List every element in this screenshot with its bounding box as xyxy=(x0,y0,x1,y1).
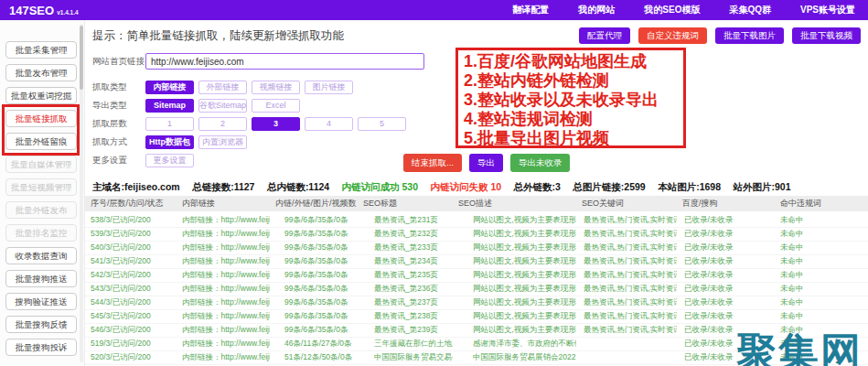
action-button[interactable]: 结束抓取... xyxy=(403,154,462,172)
topbar-menu-item[interactable]: 采集QQ群 xyxy=(729,4,771,16)
cell-seo-keywords: 最热资讯,热门资讯,实时资讯 xyxy=(576,229,677,240)
cell-index-state: 已收录/未收录 xyxy=(677,242,771,253)
app-logo[interactable]: 147SEO v1.4.1.4 xyxy=(9,4,79,17)
cell-violation: 未命中 xyxy=(771,256,868,267)
sidebar-item[interactable]: 批量权重词挖掘 xyxy=(5,87,77,104)
toolbar-button[interactable]: 批量下载视频 xyxy=(792,27,861,44)
option-button[interactable]: 更多设置 xyxy=(145,154,194,167)
sidebar-item[interactable]: 批量外链留痕 xyxy=(5,133,77,150)
cell-counts: 99条/6条/35条/0条 xyxy=(270,311,358,322)
sidebar-item[interactable]: 批量排名监控 xyxy=(5,224,77,242)
table-header-cell: SEO描述 xyxy=(453,198,576,210)
option-button[interactable]: 视频链接 xyxy=(252,81,300,94)
export-type-options: Sitemap 谷歌Sitemap Excel xyxy=(145,99,300,113)
table-row[interactable]: 544/3/已访问/200 内部链接：http://www.feijiseo.c… xyxy=(85,296,868,310)
cell-internal-link: 内部链接：http://www.feijiseo.com/ind xyxy=(177,256,270,267)
annotation-line: 5.批量导出图片视频 xyxy=(464,129,678,148)
stats-bar: 主域名:feijiseo.com 总链接数:1127 总内链数:1124 内链访… xyxy=(92,178,866,194)
app-window: 147SEO v1.4.1.4 翻译配置 我的网站 我的SEO模版 采集QQ群 … xyxy=(0,0,868,366)
stat-item: 内链访问成功 530 xyxy=(342,181,418,192)
table-row[interactable]: 539/3/已访问/200 内部链接：http://www.feijiseo.c… xyxy=(85,228,868,242)
cell-internal-link: 内部链接：http://www.feijiseo.com/ind xyxy=(177,229,270,240)
topbar-menu-item[interactable]: 翻译配置 xyxy=(512,4,549,16)
toolbar-button[interactable]: 配置代理 xyxy=(579,27,630,44)
sidebar-item[interactable]: 搜狗验证推送 xyxy=(5,293,77,310)
cell-seo-title: 最热资讯_第231页 xyxy=(358,215,453,226)
crawl-depth-label: 抓取层数 xyxy=(92,118,145,130)
cell-counts: 99条/6条/35条/0条 xyxy=(270,215,358,226)
cell-seo-title: 三年援藏在那仁的土地上留下_热.. xyxy=(358,339,453,350)
cell-counts: 99条/6条/35条/0条 xyxy=(270,325,358,336)
option-button[interactable]: 内部链接 xyxy=(145,81,194,94)
cell-index-status: 544/3/已访问/200 xyxy=(85,297,177,308)
option-button[interactable]: 2 xyxy=(198,117,247,131)
cell-index-state: 已收录/未收录 xyxy=(677,311,771,322)
option-button[interactable]: 外部链接 xyxy=(198,81,247,94)
sidebar-item[interactable]: 批量发布管理 xyxy=(5,64,77,81)
topbar: 147SEO v1.4.1.4 翻译配置 我的网站 我的SEO模版 采集QQ群 … xyxy=(0,0,868,20)
cell-seo-title: 最热资讯_第232页 xyxy=(358,229,453,240)
sidebar-item[interactable]: 批量自媒体管理 xyxy=(5,156,77,173)
cell-index-status: 539/3/已访问/200 xyxy=(85,229,177,240)
toolbar-button[interactable]: 自定义违规词 xyxy=(638,27,707,44)
crawl-type-options: 内部链接 外部链接 视频链接 图片链接 xyxy=(145,81,353,94)
action-button[interactable]: 导出未收录 xyxy=(510,154,571,172)
sidebar-item[interactable]: 批量短视频管理 xyxy=(5,178,77,196)
sidebar-scrollbar-thumb[interactable] xyxy=(80,26,83,90)
cell-seo-title: 中国国际服务贸易交易会——? xyxy=(358,352,453,363)
sidebar-item[interactable]: 批量搜狗推送 xyxy=(5,270,77,287)
sidebar-item[interactable]: 收录数据查询 xyxy=(5,247,77,264)
annotation-line: 1.百度/谷歌网站地图生成 xyxy=(464,52,678,71)
main-panel: 提示：简单批量链接抓取，陆续更新增强抓取功能 配置代理 自定义违规词 批量下载图… xyxy=(85,20,868,366)
export-type-label: 导出类型 xyxy=(92,100,145,112)
cell-seo-keywords: 最热资讯,热门资讯,实时资讯 xyxy=(576,284,677,295)
topbar-menu-item[interactable]: 我的网站 xyxy=(578,4,615,16)
cell-index-state: 已收录/未收录 xyxy=(677,229,771,240)
table-row[interactable]: 545/3/已访问/200 内部链接：http://www.feijiseo.c… xyxy=(85,310,868,324)
cell-index-status: 538/3/已访问/200 xyxy=(85,215,177,226)
option-button[interactable]: 3 xyxy=(252,117,300,131)
cell-counts: 99条/6条/35条/0条 xyxy=(270,284,358,295)
option-button[interactable]: 图片链接 xyxy=(305,81,353,94)
option-button[interactable]: 谷歌Sitemap xyxy=(198,99,247,113)
option-button[interactable]: 4 xyxy=(305,117,353,131)
table-row[interactable]: 542/3/已访问/200 内部链接：http://www.feijiseo.c… xyxy=(85,269,868,283)
action-button[interactable]: 导出 xyxy=(469,154,503,172)
topbar-menu: 翻译配置 我的网站 我的SEO模版 采集QQ群 VPS账号设置 xyxy=(512,4,855,16)
cell-counts: 46条/11条/27条/0条 xyxy=(270,339,358,350)
option-button[interactable]: 内置浏览器 xyxy=(198,135,247,149)
cell-seo-keywords: 最热资讯,热门资讯,实时资讯 xyxy=(576,242,677,253)
cell-internal-link: 内部链接：http://www.feijiseo.com/ind xyxy=(177,215,270,226)
sidebar-scrollbar[interactable] xyxy=(80,24,83,362)
sidebar-item[interactable]: 批量链接抓取 xyxy=(5,110,77,127)
cell-seo-keywords: 最热资讯,热门资讯,实时资讯 xyxy=(576,325,677,336)
table-row[interactable]: 538/3/已访问/200 内部链接：http://www.feijiseo.c… xyxy=(85,214,868,228)
annotation-box: 1.百度/谷歌网站地图生成 2.整站内链外链检测 3.整站收录以及未收录导出 4… xyxy=(455,48,686,148)
toolbar-button[interactable]: 批量下载图片 xyxy=(715,27,784,44)
cell-seo-description: 中国国际服务贸易展销会2022 xyxy=(453,352,576,363)
table-row[interactable]: 540/3/已访问/200 内部链接：http://www.feijiseo.c… xyxy=(85,242,868,255)
sidebar-items: 批量采集管理 批量发布管理 批量权重词挖掘 批量链接抓取 批量外链留痕 批量自媒… xyxy=(0,41,84,356)
sidebar-item[interactable]: 批量采集管理 xyxy=(5,41,77,59)
cell-index-state: 已收录/未收录 xyxy=(677,297,771,308)
cell-violation: 未命中 xyxy=(771,229,868,240)
cell-seo-title: 最热资讯_第236页 xyxy=(358,284,453,295)
option-button[interactable]: 1 xyxy=(145,117,194,131)
cell-seo-description: 感谢海泽市委、市政府的不断使.. xyxy=(453,339,576,350)
website-url-input[interactable] xyxy=(145,53,424,70)
cell-index-state: 已收录/未收录 xyxy=(677,215,771,226)
option-button[interactable]: 5 xyxy=(358,117,406,131)
option-button[interactable]: Excel xyxy=(252,99,300,113)
cell-index-status: 546/3/已访问/200 xyxy=(85,325,177,336)
cell-seo-title: 最热资讯_第238页 xyxy=(358,311,453,322)
sidebar-item[interactable]: 批量外链发布 xyxy=(5,201,77,219)
topbar-menu-item[interactable]: 我的SEO模版 xyxy=(644,4,700,16)
sidebar-item[interactable]: 批量搜狗反馈 xyxy=(5,316,77,333)
tip-row: 提示：简单批量链接抓取，陆续更新增强抓取功能 配置代理 自定义违规词 批量下载图… xyxy=(92,27,861,44)
option-button[interactable]: Http数据包 xyxy=(145,135,194,149)
option-button[interactable]: Sitemap xyxy=(145,99,194,113)
table-row[interactable]: 541/3/已访问/200 内部链接：http://www.feijiseo.c… xyxy=(85,255,868,269)
table-row[interactable]: 543/3/已访问/200 内部链接：http://www.feijiseo.c… xyxy=(85,283,868,296)
sidebar-item[interactable]: 批量搜狗投诉 xyxy=(5,339,77,356)
topbar-menu-item[interactable]: VPS账号设置 xyxy=(800,4,855,16)
